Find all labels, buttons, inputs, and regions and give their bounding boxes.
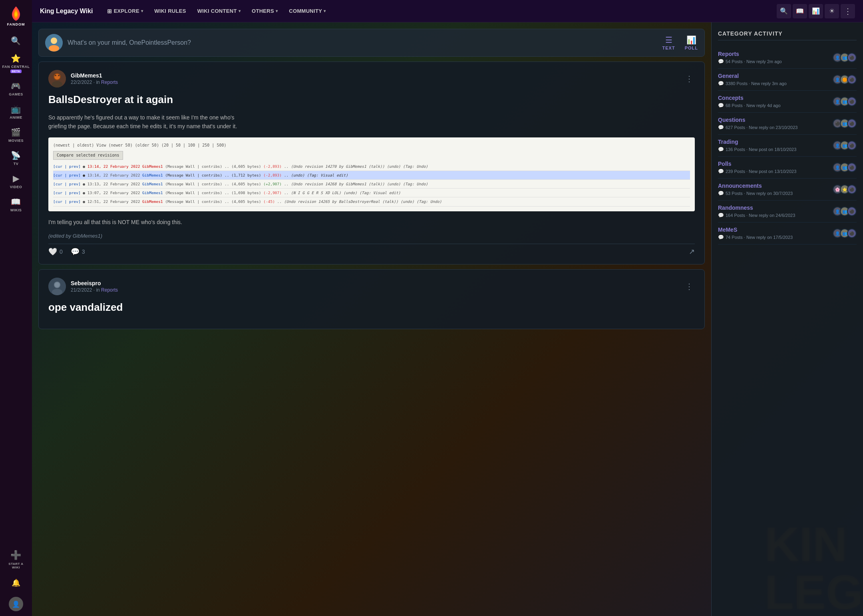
cat-avatar: ⚫: [847, 97, 857, 106]
category-name[interactable]: General: [718, 73, 829, 79]
sidebar-bottom: ➕ START AWIKI 🔔 👤: [0, 546, 32, 616]
post2-username: Sebeeispro: [71, 280, 684, 286]
nav-others[interactable]: OTHERS ▾: [247, 6, 282, 16]
bubble-icon: 💬: [718, 234, 724, 240]
post1-comment-button[interactable]: 💬 3: [71, 247, 85, 256]
post2-category[interactable]: Reports: [101, 287, 118, 293]
user-avatar: 👤: [9, 597, 23, 611]
content-area: KINLEG What's on your mind, OnePointless…: [32, 22, 863, 616]
category-item[interactable]: Randomness💬164 Posts · New reply on 24/6…: [718, 201, 857, 223]
svg-point-2: [49, 45, 59, 52]
fandom-logo[interactable]: FANDOM: [0, 0, 32, 32]
sidebar-item-movies[interactable]: 🎬 MOVIES: [0, 123, 32, 147]
bell-icon: 🔔: [12, 578, 20, 587]
category-activity-title: CATEGORY ACTIVITY: [718, 30, 857, 40]
nav-book-button[interactable]: 📖: [793, 4, 807, 18]
nav-others-label: OTHERS: [252, 8, 274, 14]
post2-menu-button[interactable]: ⋮: [684, 280, 695, 293]
search-icon: 🔍: [11, 36, 21, 46]
category-item[interactable]: Polls💬239 Posts · New post on 13/10/2023…: [718, 157, 857, 179]
start-wiki-label: START AWIKI: [8, 562, 23, 570]
bubble-icon: 💬: [718, 213, 724, 218]
post-card: GibMemes1 22/2/2022 · in Reports ⋮ Balls…: [38, 62, 705, 264]
movies-icon: 🎬: [11, 127, 21, 137]
nav-explore[interactable]: ⊞ EXPLORE ▾: [102, 6, 148, 17]
post1-menu-button[interactable]: ⋮: [684, 72, 695, 85]
sidebar-item-video[interactable]: ▶ VIDEO: [0, 170, 32, 193]
post1-category[interactable]: Reports: [101, 79, 118, 85]
nav-community[interactable]: COMMUNITY ▾: [284, 6, 330, 16]
sidebar-item-label: FAN CENTRAL: [2, 65, 30, 69]
comment-icon: 💬: [71, 247, 80, 256]
category-item[interactable]: Announcements💬53 Posts · New reply on 30…: [718, 179, 857, 201]
post-text-button[interactable]: ☰ TEXT: [662, 35, 675, 50]
post1-share-button[interactable]: ↗: [689, 247, 695, 256]
bubble-icon: 💬: [718, 103, 724, 108]
text-icon: ☰: [665, 35, 672, 45]
cat-avatar: ⚫: [847, 75, 857, 84]
cat-avatar: ⚫: [847, 53, 857, 62]
nav-wiki-rules[interactable]: WIKI RULES: [149, 6, 191, 16]
category-item[interactable]: Questions💬627 Posts · New reply on 23/10…: [718, 113, 857, 135]
sidebar-item-fan-central[interactable]: ⭐ FAN CENTRAL BETA: [0, 50, 32, 77]
sidebar-item-label: WIKIS: [10, 208, 22, 212]
user-avatar-button[interactable]: 👤: [0, 592, 32, 616]
category-name[interactable]: Announcements: [718, 183, 829, 189]
category-name[interactable]: Concepts: [718, 95, 829, 101]
cat-avatar: ⚫: [847, 229, 857, 238]
sidebar-item-tv[interactable]: 📡 TV: [0, 147, 32, 170]
post1-title: BallsDestroyer at it again: [48, 93, 695, 107]
category-item[interactable]: General💬3380 Posts · New reply 3m ago👤🟠⚫: [718, 69, 857, 91]
category-stats-text: 68 Posts · New reply 4d ago: [726, 103, 781, 108]
bubble-icon: 💬: [718, 59, 724, 64]
category-stats-text: 54 Posts · New reply 2m ago: [726, 59, 782, 64]
sidebar-item-games[interactable]: 🎮 GAMES: [0, 77, 32, 100]
notifications-button[interactable]: 🔔: [0, 574, 32, 592]
category-stats-text: 164 Posts · New reply on 24/6/2023: [726, 213, 795, 218]
sidebar-item-anime[interactable]: 📺 ANIME: [0, 100, 32, 123]
svg-point-3: [52, 38, 56, 43]
post2-header: Sebeeispro 21/2/2022 · in Reports ⋮: [48, 278, 695, 295]
nav-search-button[interactable]: 🔍: [777, 4, 791, 18]
chevron-down-icon: ▾: [239, 9, 241, 13]
category-name[interactable]: Reports: [718, 51, 829, 57]
nav-right: 🔍 📖 📊 ☀ ⋮: [777, 4, 855, 18]
anime-icon: 📺: [11, 104, 21, 114]
nav-theme-button[interactable]: ☀: [825, 4, 839, 18]
post1-like-button[interactable]: 🤍 0: [48, 247, 63, 256]
svg-point-13: [55, 282, 60, 287]
heart-icon: 🤍: [48, 247, 57, 256]
category-item[interactable]: Concepts💬68 Posts · New reply 4d ago👤👥⚫: [718, 91, 857, 113]
nav-more-button[interactable]: ⋮: [841, 4, 855, 18]
sidebar-item-search[interactable]: 🔍: [0, 32, 32, 50]
category-name[interactable]: Questions: [718, 117, 829, 123]
chevron-down-icon: ▾: [141, 9, 143, 13]
cat-avatar: ⚫: [847, 163, 857, 172]
sidebar-item-wikis[interactable]: 📖 WIKIS: [0, 193, 32, 216]
start-wiki-button[interactable]: ➕ START AWIKI: [0, 546, 32, 574]
poll-label: POLL: [685, 46, 698, 50]
sun-icon: ☀: [829, 7, 835, 15]
nav-wiki-content-label: WIKI CONTENT: [197, 8, 237, 14]
explore-icon: ⊞: [107, 8, 112, 14]
post-user-avatar: [45, 34, 63, 52]
category-item[interactable]: MeMeS💬74 Posts · New reply on 17/5/2023👤…: [718, 223, 857, 244]
post-input[interactable]: What's on your mind, OnePointlessPerson?: [68, 39, 658, 46]
post1-user-info: GibMemes1 22/2/2022 · in Reports: [71, 72, 684, 85]
category-name[interactable]: Polls: [718, 161, 829, 167]
right-sidebar: CATEGORY ACTIVITY Reports💬54 Posts · New…: [711, 22, 863, 616]
poll-icon: 📊: [686, 35, 696, 45]
nav-activity-button[interactable]: 📊: [809, 4, 823, 18]
nav-wiki-content[interactable]: WIKI CONTENT ▾: [193, 6, 245, 16]
category-stats-text: 74 Posts · New reply on 17/5/2023: [726, 235, 793, 240]
svg-point-7: [55, 75, 56, 76]
category-name[interactable]: Randomness: [718, 205, 829, 211]
sidebar-item-label: MOVIES: [8, 139, 24, 143]
book-icon: 📖: [796, 7, 804, 15]
category-name[interactable]: MeMeS: [718, 227, 829, 233]
category-item[interactable]: Trading💬136 Posts · New post on 18/10/20…: [718, 135, 857, 157]
post-poll-button[interactable]: 📊 POLL: [685, 35, 698, 50]
category-name[interactable]: Trading: [718, 139, 829, 145]
post2-title: ope vandalized: [48, 301, 695, 314]
category-item[interactable]: Reports💬54 Posts · New reply 2m ago👤👥⚫: [718, 47, 857, 69]
